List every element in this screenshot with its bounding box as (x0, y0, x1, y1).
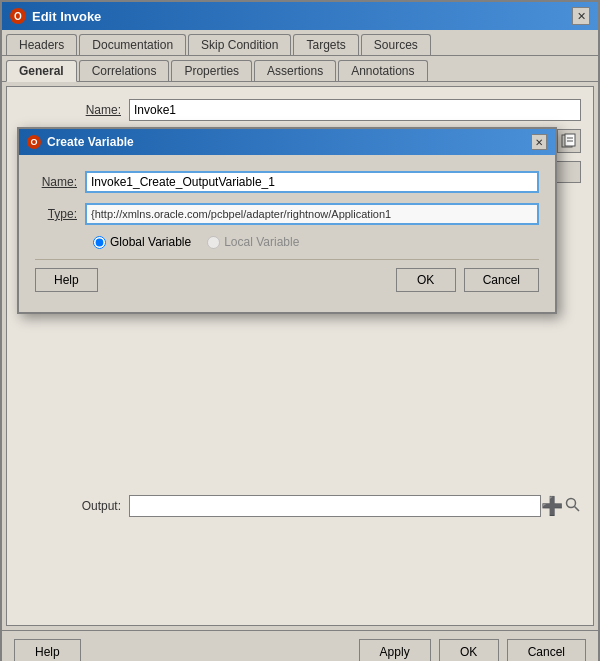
svg-line-7 (575, 506, 580, 511)
window-icon: O (10, 8, 26, 24)
output-input[interactable] (129, 495, 541, 517)
name-input[interactable] (129, 99, 581, 121)
modal-help-button[interactable]: Help (35, 268, 98, 292)
tab-correlations[interactable]: Correlations (79, 60, 170, 81)
name-row: Name: (19, 99, 581, 121)
tab-headers[interactable]: Headers (6, 34, 77, 55)
modal-radio-row: Global Variable Local Variable (93, 235, 539, 249)
conversation-id-icon-btn[interactable] (557, 129, 581, 153)
tab-row-2: General Correlations Properties Assertio… (2, 56, 598, 82)
search-output-icon[interactable] (565, 497, 581, 516)
tab-assertions[interactable]: Assertions (254, 60, 336, 81)
modal-name-row: Name: (35, 171, 539, 193)
local-variable-radio (207, 236, 220, 249)
svg-point-6 (567, 498, 576, 507)
apply-button[interactable]: Apply (359, 639, 431, 661)
cancel-button[interactable]: Cancel (507, 639, 586, 661)
help-button[interactable]: Help (14, 639, 81, 661)
bottom-bar: Help Apply OK Cancel (2, 630, 598, 661)
modal-close-button[interactable]: ✕ (531, 134, 547, 150)
window-title: Edit Invoke (32, 9, 101, 24)
modal-icon: O (27, 135, 41, 149)
close-button[interactable]: ✕ (572, 7, 590, 25)
modal-type-label: Type: (35, 207, 85, 221)
tab-skip-condition[interactable]: Skip Condition (188, 34, 291, 55)
modal-title-bar: O Create Variable ✕ (19, 129, 555, 155)
tab-targets[interactable]: Targets (293, 34, 358, 55)
tab-sources[interactable]: Sources (361, 34, 431, 55)
create-variable-modal: O Create Variable ✕ Name: Type: (17, 127, 557, 314)
title-bar: O Edit Invoke ✕ (2, 2, 598, 30)
modal-type-input[interactable] (85, 203, 539, 225)
tab-general[interactable]: General (6, 60, 77, 82)
output-row: Output: ➕ (19, 495, 581, 517)
bottom-right-buttons: Apply OK Cancel (359, 639, 586, 661)
ok-button[interactable]: OK (439, 639, 499, 661)
edit-invoke-window: O Edit Invoke ✕ Headers Documentation Sk… (0, 0, 600, 661)
modal-content: Name: Type: Global Variable Loc (19, 155, 555, 312)
main-content: Name: Conversation ID: Detail Labe (6, 86, 594, 626)
tab-annotations[interactable]: Annotations (338, 60, 427, 81)
global-variable-radio[interactable] (93, 236, 106, 249)
local-variable-label[interactable]: Local Variable (207, 235, 299, 249)
modal-type-row: Type: (35, 203, 539, 225)
modal-name-input[interactable] (85, 171, 539, 193)
modal-button-row: Help OK Cancel (35, 259, 539, 296)
svg-rect-1 (565, 134, 575, 146)
modal-ok-button[interactable]: OK (396, 268, 456, 292)
modal-title: Create Variable (47, 135, 134, 149)
tab-row-1: Headers Documentation Skip Condition Tar… (2, 30, 598, 56)
output-label: Output: (19, 499, 129, 513)
add-output-icon[interactable]: ➕ (541, 495, 563, 517)
modal-cancel-button[interactable]: Cancel (464, 268, 539, 292)
tab-documentation[interactable]: Documentation (79, 34, 186, 55)
global-variable-label[interactable]: Global Variable (93, 235, 191, 249)
modal-name-label: Name: (35, 175, 85, 189)
tab-properties[interactable]: Properties (171, 60, 252, 81)
name-label: Name: (19, 103, 129, 117)
